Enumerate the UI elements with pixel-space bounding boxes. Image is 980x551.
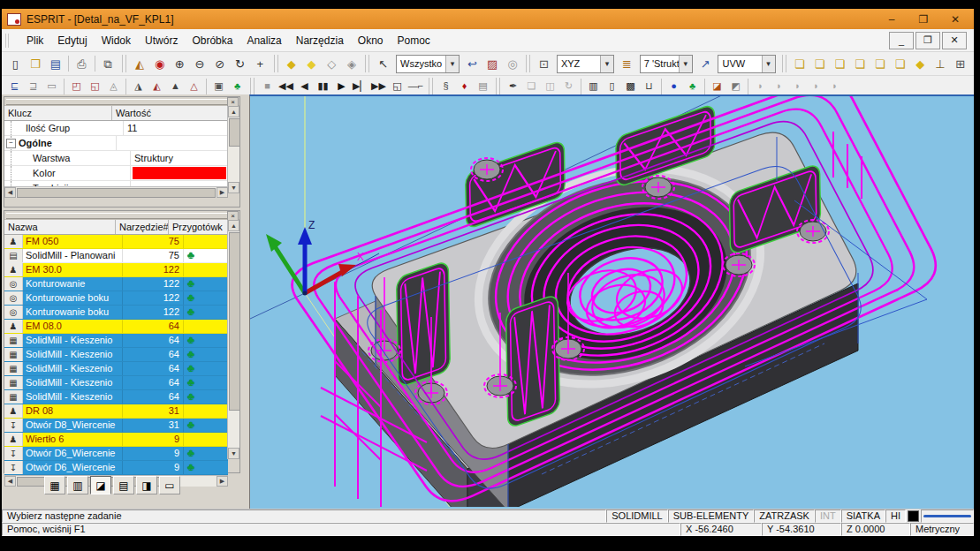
toggle-subelementy[interactable]: SUB-ELEMENTY	[668, 509, 755, 523]
sim-single-block-button[interactable]: —⌐	[406, 78, 425, 94]
bench-button[interactable]: ⊔	[640, 78, 658, 94]
sim-step-forward-button[interactable]: ▶▏	[351, 78, 369, 94]
redraw-button[interactable]: ◭	[130, 55, 150, 72]
toggle-siatka[interactable]: SIATKA	[841, 509, 885, 523]
operations-tab[interactable]: ◪	[90, 476, 111, 494]
operation-row[interactable]: ♟EM 30.0122	[4, 263, 228, 277]
scroll-left-icon[interactable]: ◀	[4, 187, 16, 198]
report-tab[interactable]: ▥	[67, 476, 88, 494]
zoom-previous-button[interactable]: ⊘	[209, 55, 230, 72]
operation-row[interactable]: ♟DR 0831	[4, 404, 228, 419]
stock-setup-button[interactable]: ▣	[209, 78, 228, 94]
save-op-button[interactable]: ◫	[541, 78, 559, 94]
copy-op-button[interactable]: ❏	[522, 78, 541, 94]
operations-panel-strip[interactable]: ×	[4, 211, 239, 220]
face-feature-button[interactable]: ◮	[129, 78, 148, 94]
collapse-icon[interactable]: −	[6, 139, 16, 148]
operation-row[interactable]: ◎Konturowanie boku122♣	[4, 306, 228, 320]
pan-button[interactable]: +	[250, 55, 270, 72]
property-row[interactable]: WarstwaStruktury	[4, 151, 228, 166]
wireframe-view-button[interactable]: ◆	[301, 55, 322, 72]
menu-okno[interactable]: Okno	[351, 32, 391, 49]
boss-feature-button[interactable]: ▲	[166, 78, 185, 94]
new-file-button[interactable]: ▯	[5, 55, 26, 72]
menu-narzdzia[interactable]: Narzędzia	[289, 32, 351, 49]
toggle-zatrzask[interactable]: ZATRZASK	[754, 509, 815, 523]
feature-turning-button[interactable]: ⊒	[24, 78, 42, 94]
list-tab[interactable]: ▤	[113, 476, 134, 494]
zoom-out-button[interactable]: ⊖	[190, 55, 210, 72]
paint-tab[interactable]: ◨	[136, 476, 157, 494]
menu-plik[interactable]: Plik	[19, 32, 50, 49]
measure-button[interactable]: ✒	[504, 78, 522, 94]
hidden-line-view-button[interactable]: ◈	[342, 55, 362, 72]
print-button[interactable]: ⎙	[72, 55, 92, 72]
operation-row[interactable]: ♟FM 05075	[4, 235, 228, 249]
auto-chain-button[interactable]: ◱	[86, 78, 104, 94]
scroll-thumb[interactable]	[229, 232, 240, 411]
scroll-left-icon[interactable]: ◀	[4, 476, 16, 487]
operation-row[interactable]: ▦SolidMill - Kieszenio64♣	[4, 334, 228, 348]
property-value[interactable]	[131, 166, 228, 180]
selection-filter-dropdown[interactable]: Wszystko▾	[396, 55, 460, 73]
menu-analiza[interactable]: Analiza	[239, 32, 288, 49]
sim-loop-button[interactable]: ◱	[388, 78, 406, 94]
record-button[interactable]: ◎	[502, 55, 522, 72]
camera-button[interactable]: ▩	[621, 78, 640, 94]
sim-to-end-button[interactable]: ▶▶	[369, 78, 388, 94]
leaf-4-button[interactable]: ◗	[807, 78, 825, 94]
iso-view-1-button[interactable]: ❏	[790, 55, 810, 72]
grid-view-button[interactable]: ⊞	[950, 55, 970, 72]
layer-dropdown[interactable]: 7 'Struktur▾	[640, 55, 693, 73]
paste-special-button[interactable]: ▨	[482, 55, 503, 72]
zoom-window-button[interactable]: ◉	[149, 55, 170, 72]
uvw-axes-button[interactable]: ↗	[695, 55, 716, 72]
chevron-down-icon[interactable]: ▾	[445, 56, 459, 72]
iso-view-3-button[interactable]: ❏	[830, 55, 850, 72]
uvw-dropdown[interactable]: UVW▾	[718, 55, 775, 73]
colored-cube-button[interactable]: ◪	[708, 78, 726, 94]
mdi-restore-button[interactable]: ❐	[915, 32, 940, 49]
sim-stop-button[interactable]: ■	[258, 78, 277, 94]
machine-tab[interactable]: ▦	[44, 476, 65, 494]
scroll-up-icon[interactable]: ▲	[228, 220, 239, 231]
scroll-right-icon[interactable]: ▶	[217, 187, 228, 198]
operation-row[interactable]: ▦SolidMill - Kieszenio64♣	[4, 348, 228, 362]
operation-row[interactable]: ◎Konturowanie boku122♣	[4, 291, 228, 306]
restore-button[interactable]: ❐	[910, 11, 937, 26]
stock-automation-button[interactable]: ♣	[228, 78, 247, 94]
scroll-down-icon[interactable]: ▼	[228, 448, 239, 459]
sim-pause-button[interactable]: ▮▮	[314, 78, 332, 94]
scroll-down-icon[interactable]: ▼	[228, 182, 239, 193]
nc-code-button[interactable]: ▤	[474, 78, 492, 94]
property-row[interactable]: −Ogólne	[4, 136, 228, 151]
open-file-button[interactable]: ❒	[26, 55, 46, 72]
solid-model-button[interactable]: ●	[665, 78, 683, 94]
mdi-close-button[interactable]: ✕	[942, 32, 967, 49]
chevron-down-icon[interactable]: ▾	[679, 56, 692, 72]
scroll-thumb[interactable]	[17, 188, 216, 198]
feature-hole-button[interactable]: ▭	[42, 78, 61, 94]
menu-edytuj[interactable]: Edytuj	[50, 32, 94, 49]
work-plane-dropdown[interactable]: XYZ▾	[557, 55, 614, 73]
drag-handle[interactable]	[6, 99, 227, 105]
minimize-button[interactable]: –	[878, 11, 905, 26]
operation-row[interactable]: ◎Konturowanie122♣	[4, 277, 228, 291]
mdi-minimize-button[interactable]: _	[889, 32, 914, 49]
scroll-right-icon[interactable]: ▶	[217, 476, 228, 487]
menu-utwrz[interactable]: Utwórz	[138, 32, 185, 49]
leaf-3-button[interactable]: ◗	[788, 78, 807, 94]
translucent-view-button[interactable]: ◇	[322, 55, 342, 72]
graphics-viewport[interactable]: Z X	[249, 94, 974, 509]
axis-view-button[interactable]: ⊥	[931, 55, 951, 72]
work-plane-button[interactable]: ⊡	[534, 55, 554, 72]
scroll-thumb[interactable]	[229, 118, 240, 147]
properties-hscrollbar[interactable]: ◀ ▶	[4, 186, 228, 198]
operation-row[interactable]: ▤SolidMill - Planowani75♣	[4, 249, 228, 263]
close-button[interactable]: ✕	[942, 11, 969, 26]
copy-button[interactable]: ⧉	[98, 55, 118, 72]
iso-view-5-button[interactable]: ❏	[870, 55, 890, 72]
feature-milling-button[interactable]: ⊑	[5, 78, 24, 94]
property-value[interactable]	[117, 136, 228, 150]
iso-view-6-button[interactable]: ❏	[890, 55, 910, 72]
